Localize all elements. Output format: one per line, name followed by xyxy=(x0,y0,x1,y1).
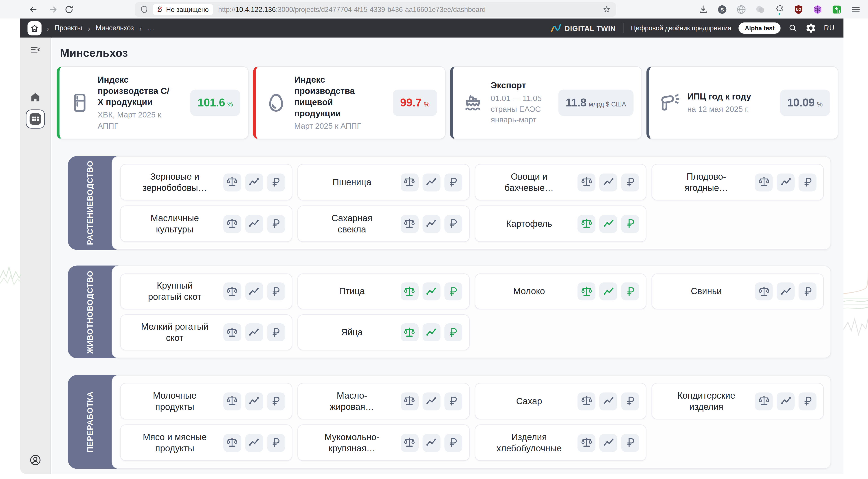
product-card[interactable]: Птица xyxy=(297,273,469,309)
venn-icon[interactable] xyxy=(755,4,766,15)
trend-button[interactable] xyxy=(599,433,618,452)
product-card[interactable]: Масличные культуры xyxy=(120,206,292,242)
product-card[interactable]: Масло-жировая… xyxy=(297,383,469,419)
product-card[interactable]: Молочные продукты xyxy=(120,383,292,419)
trend-button[interactable] xyxy=(422,282,440,300)
scales-button[interactable] xyxy=(578,215,595,233)
scales-button[interactable] xyxy=(400,282,418,300)
trend-button[interactable] xyxy=(422,392,440,410)
scales-button[interactable] xyxy=(223,173,241,191)
product-card[interactable]: Пшеница xyxy=(297,164,469,201)
scales-button[interactable] xyxy=(578,433,595,452)
ruble-button[interactable] xyxy=(621,173,639,191)
trend-button[interactable] xyxy=(245,323,263,341)
scales-button[interactable] xyxy=(578,392,595,410)
product-card[interactable]: Сахарная свекла xyxy=(297,206,469,242)
product-card[interactable]: Картофель xyxy=(474,206,647,242)
product-card[interactable]: Кондитерские изделия xyxy=(652,383,824,419)
product-card[interactable]: Мукомольно-крупяная… xyxy=(297,424,469,461)
trend-button[interactable] xyxy=(777,392,795,410)
scales-button[interactable] xyxy=(400,433,418,452)
trend-button[interactable] xyxy=(422,215,440,233)
ruble-button[interactable] xyxy=(267,433,285,452)
ruble-button[interactable] xyxy=(444,173,462,191)
product-card[interactable]: Свиньи xyxy=(652,273,824,309)
ruble-button[interactable] xyxy=(799,282,816,300)
trend-button[interactable] xyxy=(422,173,440,191)
ruble-button[interactable] xyxy=(444,215,462,233)
address-bar[interactable]: Не защищено http://10.4.122.136:3000/pro… xyxy=(135,2,616,17)
trend-button[interactable] xyxy=(777,173,795,191)
product-card[interactable]: Изделия хлебобулочные xyxy=(474,424,647,461)
purple-hex-icon[interactable] xyxy=(812,4,823,15)
search-icon[interactable] xyxy=(788,23,798,33)
scales-button[interactable] xyxy=(223,215,241,233)
trend-button[interactable] xyxy=(245,433,263,452)
scales-button[interactable] xyxy=(400,392,418,410)
ruble-button[interactable] xyxy=(267,215,285,233)
scales-button[interactable] xyxy=(755,282,773,300)
ruble-button[interactable] xyxy=(799,392,816,410)
s-badge-icon[interactable]: S xyxy=(716,4,728,15)
scales-button[interactable] xyxy=(755,173,773,191)
scales-button[interactable] xyxy=(223,282,241,300)
ruble-button[interactable] xyxy=(267,282,285,300)
ruble-button[interactable] xyxy=(267,173,285,191)
trend-button[interactable] xyxy=(777,282,795,300)
trend-button[interactable] xyxy=(245,173,263,191)
gear-icon[interactable] xyxy=(805,23,816,34)
trend-button[interactable] xyxy=(599,173,618,191)
home-button[interactable] xyxy=(28,21,42,35)
forward-arrow-icon[interactable] xyxy=(48,4,58,14)
trend-button[interactable] xyxy=(599,282,618,300)
ruble-button[interactable] xyxy=(267,323,285,341)
breadcrumb-item[interactable]: Минсельхоз xyxy=(96,24,134,32)
sidebar-collapse-icon[interactable] xyxy=(30,45,41,55)
scales-button[interactable] xyxy=(400,215,418,233)
product-card[interactable]: Овощи и бахчевые… xyxy=(474,164,647,201)
ruble-button[interactable] xyxy=(444,392,462,410)
download-icon[interactable] xyxy=(698,4,709,15)
product-card[interactable]: Яйца xyxy=(297,315,469,350)
trend-button[interactable] xyxy=(245,282,263,300)
breadcrumb-item[interactable]: … xyxy=(148,24,154,32)
trend-button[interactable] xyxy=(599,392,618,410)
product-card[interactable]: Молоко xyxy=(474,273,647,309)
product-card[interactable]: Плодово-ягодные… xyxy=(652,164,824,201)
sidebar-item-dashboard[interactable] xyxy=(26,110,45,129)
ruble-button[interactable] xyxy=(621,433,639,452)
security-chip[interactable]: Не защищено xyxy=(153,4,213,15)
ruble-button[interactable] xyxy=(799,173,816,191)
breadcrumb-item[interactable]: Проекты xyxy=(55,24,82,32)
page-info-shield-icon[interactable] xyxy=(140,5,149,14)
ruble-button[interactable] xyxy=(621,392,639,410)
scales-button[interactable] xyxy=(578,282,595,300)
product-card[interactable]: Мясо и мясные продукты xyxy=(120,424,292,461)
trend-button[interactable] xyxy=(422,323,440,341)
bookmark-star-icon[interactable] xyxy=(602,5,611,14)
user-profile-icon[interactable] xyxy=(29,454,42,467)
product-card[interactable]: Сахар xyxy=(474,383,647,419)
puzzle-icon[interactable] xyxy=(774,4,785,15)
scales-button[interactable] xyxy=(578,173,595,191)
green-store-icon[interactable] xyxy=(831,4,842,15)
ruble-button[interactable] xyxy=(267,392,285,410)
scales-button[interactable] xyxy=(223,323,241,341)
scales-button[interactable] xyxy=(755,392,773,410)
menu-icon[interactable] xyxy=(850,4,861,15)
ruble-button[interactable] xyxy=(444,282,462,300)
scales-button[interactable] xyxy=(400,173,418,191)
scales-button[interactable] xyxy=(223,433,241,452)
back-arrow-icon[interactable] xyxy=(28,4,38,14)
ublock-shield-icon[interactable]: UO xyxy=(793,4,804,15)
trend-button[interactable] xyxy=(599,215,618,233)
brand-logo[interactable]: DIGITAL TWIN xyxy=(551,23,616,33)
sidebar-item-home[interactable] xyxy=(29,91,41,103)
trend-button[interactable] xyxy=(245,215,263,233)
language-switcher[interactable]: RU xyxy=(824,24,835,32)
ruble-button[interactable] xyxy=(621,215,639,233)
product-card[interactable]: Крупный рогатый скот xyxy=(120,273,292,309)
reload-icon[interactable] xyxy=(64,4,74,14)
trend-button[interactable] xyxy=(245,392,263,410)
product-card[interactable]: Зерновые и зернобобовы… xyxy=(120,164,292,201)
